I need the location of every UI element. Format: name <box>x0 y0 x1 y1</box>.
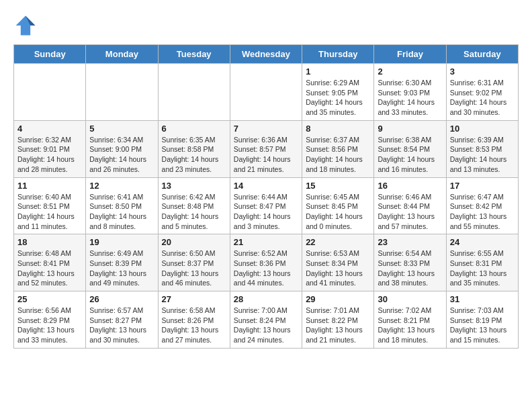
day-number: 19 <box>89 237 154 247</box>
day-info: Sunrise: 6:42 AM Sunset: 8:48 PM Dayligh… <box>162 192 226 232</box>
calendar-cell: 1Sunrise: 6:29 AM Sunset: 9:05 PM Daylig… <box>302 64 374 121</box>
calendar-cell: 12Sunrise: 6:41 AM Sunset: 8:50 PM Dayli… <box>86 177 158 234</box>
calendar-cell: 11Sunrise: 6:40 AM Sunset: 8:51 PM Dayli… <box>14 177 86 234</box>
calendar-cell: 23Sunrise: 6:54 AM Sunset: 8:33 PM Dayli… <box>374 234 446 291</box>
calendar-cell: 10Sunrise: 6:39 AM Sunset: 8:53 PM Dayli… <box>446 120 518 177</box>
day-number: 25 <box>17 294 82 304</box>
week-row-3: 11Sunrise: 6:40 AM Sunset: 8:51 PM Dayli… <box>14 177 519 234</box>
day-info: Sunrise: 6:37 AM Sunset: 8:56 PM Dayligh… <box>306 135 370 175</box>
day-info: Sunrise: 6:30 AM Sunset: 9:03 PM Dayligh… <box>378 78 442 118</box>
calendar-cell: 19Sunrise: 6:49 AM Sunset: 8:39 PM Dayli… <box>86 234 158 291</box>
day-info: Sunrise: 7:03 AM Sunset: 8:19 PM Dayligh… <box>450 306 515 345</box>
week-row-5: 25Sunrise: 6:56 AM Sunset: 8:29 PM Dayli… <box>14 291 519 349</box>
day-number: 3 <box>450 66 515 77</box>
day-number: 18 <box>17 237 82 247</box>
day-info: Sunrise: 6:53 AM Sunset: 8:34 PM Dayligh… <box>306 248 370 288</box>
day-info: Sunrise: 7:00 AM Sunset: 8:24 PM Dayligh… <box>234 306 298 345</box>
day-number: 11 <box>17 181 82 191</box>
calendar-cell: 3Sunrise: 6:31 AM Sunset: 9:02 PM Daylig… <box>446 64 518 121</box>
calendar-cell: 28Sunrise: 7:00 AM Sunset: 8:24 PM Dayli… <box>230 291 302 349</box>
calendar-cell: 2Sunrise: 6:30 AM Sunset: 9:03 PM Daylig… <box>374 64 446 121</box>
day-number: 2 <box>378 66 442 77</box>
calendar-cell: 30Sunrise: 7:02 AM Sunset: 8:21 PM Dayli… <box>374 291 446 349</box>
week-row-4: 18Sunrise: 6:48 AM Sunset: 8:41 PM Dayli… <box>14 234 519 291</box>
day-info: Sunrise: 6:35 AM Sunset: 8:58 PM Dayligh… <box>162 135 226 175</box>
day-info: Sunrise: 6:40 AM Sunset: 8:51 PM Dayligh… <box>17 192 82 232</box>
calendar-cell: 5Sunrise: 6:34 AM Sunset: 9:00 PM Daylig… <box>86 120 158 177</box>
day-info: Sunrise: 7:02 AM Sunset: 8:21 PM Dayligh… <box>378 306 442 345</box>
day-number: 17 <box>450 181 515 191</box>
calendar-cell <box>158 64 230 121</box>
day-info: Sunrise: 6:52 AM Sunset: 8:36 PM Dayligh… <box>234 248 298 288</box>
day-number: 6 <box>162 124 226 134</box>
day-number: 31 <box>450 294 515 304</box>
calendar-cell: 13Sunrise: 6:42 AM Sunset: 8:48 PM Dayli… <box>158 177 230 234</box>
page: SundayMondayTuesdayWednesdayThursdayFrid… <box>0 0 532 355</box>
calendar-cell: 24Sunrise: 6:55 AM Sunset: 8:31 PM Dayli… <box>446 234 518 291</box>
day-info: Sunrise: 6:45 AM Sunset: 8:45 PM Dayligh… <box>306 192 370 232</box>
day-info: Sunrise: 6:29 AM Sunset: 9:05 PM Dayligh… <box>306 78 370 118</box>
day-number: 29 <box>306 294 370 304</box>
day-number: 9 <box>378 124 442 134</box>
day-info: Sunrise: 6:50 AM Sunset: 8:37 PM Dayligh… <box>162 248 226 288</box>
calendar-cell: 9Sunrise: 6:38 AM Sunset: 8:54 PM Daylig… <box>374 120 446 177</box>
header <box>13 13 519 38</box>
calendar-cell: 31Sunrise: 7:03 AM Sunset: 8:19 PM Dayli… <box>446 291 518 349</box>
calendar-cell: 14Sunrise: 6:44 AM Sunset: 8:47 PM Dayli… <box>230 177 302 234</box>
calendar-cell <box>230 64 302 121</box>
day-number: 13 <box>162 181 226 191</box>
day-number: 12 <box>89 181 154 191</box>
day-info: Sunrise: 6:34 AM Sunset: 9:00 PM Dayligh… <box>89 135 154 175</box>
calendar-cell: 7Sunrise: 6:36 AM Sunset: 8:57 PM Daylig… <box>230 120 302 177</box>
day-number: 14 <box>234 181 298 191</box>
day-info: Sunrise: 6:58 AM Sunset: 8:26 PM Dayligh… <box>162 306 226 345</box>
week-row-2: 4Sunrise: 6:32 AM Sunset: 9:01 PM Daylig… <box>14 120 519 177</box>
calendar-cell: 15Sunrise: 6:45 AM Sunset: 8:45 PM Dayli… <box>302 177 374 234</box>
day-info: Sunrise: 6:47 AM Sunset: 8:42 PM Dayligh… <box>450 192 515 232</box>
day-info: Sunrise: 6:44 AM Sunset: 8:47 PM Dayligh… <box>234 192 298 232</box>
calendar-cell: 27Sunrise: 6:58 AM Sunset: 8:26 PM Dayli… <box>158 291 230 349</box>
calendar-cell <box>86 64 158 121</box>
calendar-cell: 17Sunrise: 6:47 AM Sunset: 8:42 PM Dayli… <box>446 177 518 234</box>
calendar-cell: 16Sunrise: 6:46 AM Sunset: 8:44 PM Dayli… <box>374 177 446 234</box>
weekday-header-tuesday: Tuesday <box>158 45 230 64</box>
weekday-header-wednesday: Wednesday <box>230 45 302 64</box>
day-number: 8 <box>306 124 370 134</box>
day-number: 30 <box>378 294 442 304</box>
day-number: 5 <box>89 124 154 134</box>
day-number: 24 <box>450 237 515 247</box>
day-info: Sunrise: 6:57 AM Sunset: 8:27 PM Dayligh… <box>89 306 154 345</box>
logo-icon <box>13 13 38 38</box>
day-number: 7 <box>234 124 298 134</box>
calendar-cell: 8Sunrise: 6:37 AM Sunset: 8:56 PM Daylig… <box>302 120 374 177</box>
day-info: Sunrise: 6:49 AM Sunset: 8:39 PM Dayligh… <box>89 248 154 288</box>
calendar-cell: 22Sunrise: 6:53 AM Sunset: 8:34 PM Dayli… <box>302 234 374 291</box>
day-number: 26 <box>89 294 154 304</box>
calendar-cell: 6Sunrise: 6:35 AM Sunset: 8:58 PM Daylig… <box>158 120 230 177</box>
weekday-header-saturday: Saturday <box>446 45 518 64</box>
day-info: Sunrise: 6:46 AM Sunset: 8:44 PM Dayligh… <box>378 192 442 232</box>
calendar-cell <box>14 64 86 121</box>
day-info: Sunrise: 6:55 AM Sunset: 8:31 PM Dayligh… <box>450 248 515 288</box>
calendar-cell: 29Sunrise: 7:01 AM Sunset: 8:22 PM Dayli… <box>302 291 374 349</box>
weekday-header-friday: Friday <box>374 45 446 64</box>
day-number: 15 <box>306 181 370 191</box>
calendar-cell: 18Sunrise: 6:48 AM Sunset: 8:41 PM Dayli… <box>14 234 86 291</box>
day-info: Sunrise: 6:32 AM Sunset: 9:01 PM Dayligh… <box>17 135 82 175</box>
day-number: 10 <box>450 124 515 134</box>
day-number: 27 <box>162 294 226 304</box>
day-number: 16 <box>378 181 442 191</box>
day-info: Sunrise: 6:31 AM Sunset: 9:02 PM Dayligh… <box>450 78 515 118</box>
calendar-cell: 26Sunrise: 6:57 AM Sunset: 8:27 PM Dayli… <box>86 291 158 349</box>
calendar-cell: 20Sunrise: 6:50 AM Sunset: 8:37 PM Dayli… <box>158 234 230 291</box>
day-info: Sunrise: 6:38 AM Sunset: 8:54 PM Dayligh… <box>378 135 442 175</box>
calendar-cell: 4Sunrise: 6:32 AM Sunset: 9:01 PM Daylig… <box>14 120 86 177</box>
day-info: Sunrise: 6:36 AM Sunset: 8:57 PM Dayligh… <box>234 135 298 175</box>
day-info: Sunrise: 6:54 AM Sunset: 8:33 PM Dayligh… <box>378 248 442 288</box>
day-info: Sunrise: 6:41 AM Sunset: 8:50 PM Dayligh… <box>89 192 154 232</box>
day-info: Sunrise: 6:48 AM Sunset: 8:41 PM Dayligh… <box>17 248 82 288</box>
day-number: 28 <box>234 294 298 304</box>
weekday-header-sunday: Sunday <box>14 45 86 64</box>
day-number: 21 <box>234 237 298 247</box>
day-info: Sunrise: 7:01 AM Sunset: 8:22 PM Dayligh… <box>306 306 370 345</box>
